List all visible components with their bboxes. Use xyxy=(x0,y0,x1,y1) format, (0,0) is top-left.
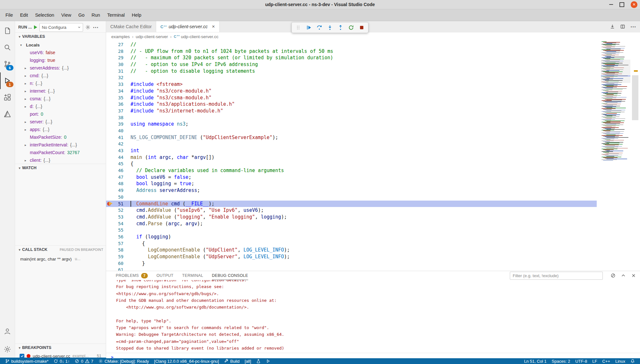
status-clang-12-0-0-x86-64-pc-linux-gnu[interactable]: [Clang 12.0.0 x86_64-pc-linux-gnu] xyxy=(152,358,222,364)
gutter-glyph[interactable] xyxy=(106,187,114,194)
activity-cmake-tools[interactable] xyxy=(0,106,15,122)
menu-view[interactable]: View xyxy=(58,12,75,18)
breadcrumb-udp-client-server[interactable]: udp-client-server xyxy=(136,34,168,39)
gutter-glyph[interactable] xyxy=(106,121,114,128)
debug-settings-button[interactable] xyxy=(85,25,90,30)
expand-chevron-icon[interactable]: ▸ xyxy=(25,120,26,124)
editor-scrollbar[interactable] xyxy=(630,41,640,271)
activity-extensions[interactable] xyxy=(0,89,15,106)
step-out-button[interactable] xyxy=(337,24,344,31)
breakpoint-checkbox[interactable] xyxy=(20,354,24,358)
activity-run-debug[interactable]: 1 xyxy=(0,72,15,89)
variable-row-d[interactable]: ▸d:{...} xyxy=(15,103,106,110)
panel-tab-problems[interactable]: PROBLEMS7 xyxy=(116,271,148,280)
start-debug-icon[interactable] xyxy=(34,25,37,29)
stop-button[interactable] xyxy=(358,24,365,31)
activity-settings[interactable] xyxy=(0,341,15,358)
activity-source-control[interactable]: 6 xyxy=(0,56,15,72)
expand-chevron-icon[interactable]: ▸ xyxy=(25,89,26,93)
breadcrumb-udp-client-server-cc[interactable]: C++udp-client-server.cc xyxy=(174,34,218,39)
gutter-glyph[interactable] xyxy=(106,267,114,271)
status-all[interactable]: [all] xyxy=(242,358,254,364)
gutter-glyph[interactable] xyxy=(106,61,114,68)
panel-tab-debug-console[interactable]: DEBUG CONSOLE xyxy=(212,271,248,280)
gutter-glyph[interactable] xyxy=(106,141,114,147)
variable-row-apps[interactable]: ▸apps:{...} xyxy=(15,126,106,133)
gutter-glyph[interactable] xyxy=(106,161,114,167)
activity-search[interactable] xyxy=(0,39,15,56)
more-actions-icon[interactable]: ⋯ xyxy=(93,24,98,31)
expand-chevron-icon[interactable]: ▸ xyxy=(25,159,26,162)
split-editor-icon[interactable] xyxy=(620,24,625,29)
gutter-glyph[interactable] xyxy=(106,95,114,101)
debug-config-select[interactable]: No Configura xyxy=(39,23,83,32)
expand-chevron-icon[interactable]: ▸ xyxy=(25,74,26,78)
menu-selection[interactable]: Selection xyxy=(31,12,58,18)
expand-chevron-icon[interactable]: ▸ xyxy=(25,82,26,85)
toolbar-drag-handle[interactable] xyxy=(295,24,302,31)
expand-chevron-icon[interactable]: ▸ xyxy=(25,97,26,101)
gutter-glyph[interactable] xyxy=(106,128,114,134)
expand-chevron-icon[interactable]: ▸ xyxy=(25,143,26,147)
console-prompt-row[interactable]: > xyxy=(106,353,640,358)
variable-row-maxpacketsize[interactable]: MaxPacketSize:0 xyxy=(15,133,106,141)
status-utf-8[interactable]: UTF-8 xyxy=(573,358,590,364)
variable-row-csma[interactable]: ▸csma:{...} xyxy=(15,95,106,103)
gutter-glyph[interactable] xyxy=(106,227,114,234)
code-editor[interactable]: 27//28// - UDP flow from n0 to n1 of 102… xyxy=(106,41,640,271)
gutter-glyph[interactable] xyxy=(106,68,114,75)
status-build[interactable]: Build xyxy=(222,358,242,364)
variable-row-cmd[interactable]: ▸cmd:{...} xyxy=(15,72,106,79)
variable-row-maxpacketcount[interactable]: maxPacketCount:32767 xyxy=(15,149,106,156)
gutter-glyph[interactable] xyxy=(106,81,114,88)
step-into-button[interactable] xyxy=(326,24,333,31)
gutter-glyph[interactable] xyxy=(106,134,114,141)
menu-file[interactable]: File xyxy=(2,12,16,18)
variable-row-n[interactable]: ▸n:{...} xyxy=(15,79,106,87)
minimize-button[interactable] xyxy=(609,4,613,5)
expand-chevron-icon[interactable]: ▸ xyxy=(25,128,26,131)
download-icon[interactable] xyxy=(610,24,615,29)
gutter-glyph[interactable] xyxy=(106,74,114,81)
menu-help[interactable]: Help xyxy=(128,12,145,18)
close-panel-icon[interactable] xyxy=(631,273,636,278)
more-actions-icon[interactable]: ⋯ xyxy=(630,23,636,30)
gutter-glyph[interactable] xyxy=(106,48,114,55)
variable-row-client[interactable]: ▸client:{...} xyxy=(15,156,106,164)
gutter-glyph[interactable] xyxy=(106,54,114,61)
gutter-glyph[interactable] xyxy=(106,174,114,181)
status-bell[interactable] xyxy=(628,358,637,364)
breadcrumb-examples[interactable]: examples xyxy=(111,34,130,39)
gutter-glyph[interactable] xyxy=(106,114,114,121)
activity-explorer[interactable] xyxy=(0,22,15,39)
breakpoints-header[interactable]: ▾ BREAKPOINTS xyxy=(15,343,106,352)
status-beaker[interactable] xyxy=(254,358,263,364)
status-cmake-debug-ready[interactable]: CMake: [Debug]: Ready xyxy=(96,358,152,364)
console-filter-input[interactable] xyxy=(510,272,603,280)
gutter-glyph[interactable] xyxy=(106,214,114,220)
panel-tab-terminal[interactable]: TERMINAL xyxy=(182,271,203,280)
gutter-glyph[interactable] xyxy=(106,240,114,247)
variable-row-logging[interactable]: logging:true xyxy=(15,56,106,64)
gutter-glyph[interactable] xyxy=(106,207,114,214)
menu-go[interactable]: Go xyxy=(75,12,88,18)
debug-console[interactable]: Type "show configuration" for configurat… xyxy=(106,280,640,358)
continue-button[interactable] xyxy=(305,24,312,31)
scrollbar-thumb[interactable] xyxy=(632,75,638,120)
panel-tab-output[interactable]: OUTPUT xyxy=(156,271,173,280)
minimap[interactable] xyxy=(601,41,630,270)
status-0[interactable]: 07 xyxy=(72,358,96,364)
variable-row-usev6[interactable]: useV6:false xyxy=(15,49,106,56)
menu-terminal[interactable]: Terminal xyxy=(104,12,128,18)
close-button[interactable]: ✕ xyxy=(631,1,637,8)
restart-button[interactable] xyxy=(348,24,355,31)
status-linux[interactable]: Linux xyxy=(613,358,628,364)
gutter-glyph[interactable] xyxy=(106,220,114,227)
gutter-glyph[interactable] xyxy=(106,201,114,207)
menu-run[interactable]: Run xyxy=(88,12,104,18)
breakpoint-row[interactable]: udp-client-server.cc exampl... 51 xyxy=(15,352,106,358)
watch-header[interactable]: ▾ WATCH xyxy=(15,164,106,172)
restore-button[interactable] xyxy=(619,2,624,7)
call-stack-header[interactable]: ▾ CALL STACK PAUSED ON BREAKPOINT xyxy=(15,245,106,253)
status-0-1[interactable]: 0↓ 1↑ xyxy=(51,358,72,364)
